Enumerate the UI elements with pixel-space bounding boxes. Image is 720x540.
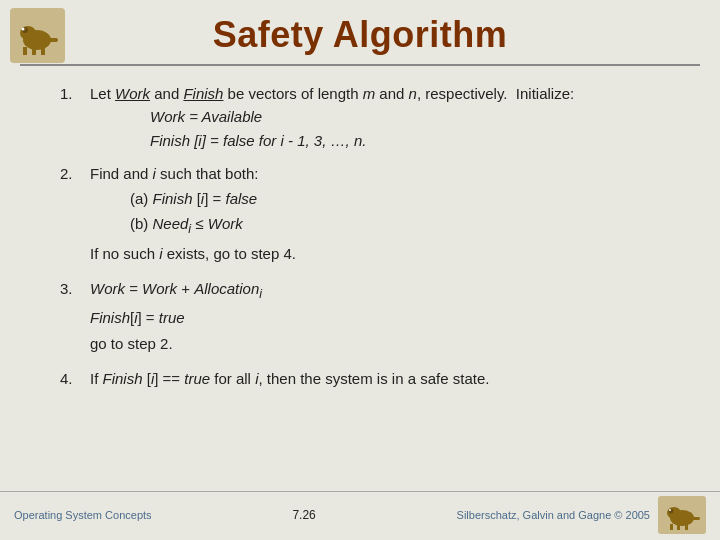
step-3-line-2: Finish[i] = true <box>90 306 680 329</box>
step-3-line-3: go to step 2. <box>90 332 680 355</box>
step-1-body: Let Work and Finish be vectors of length… <box>90 82 680 152</box>
step-4: 4. If Finish [i] == true for all i, then… <box>60 367 680 390</box>
step-2-body: Find and i such that both: (a) Finish [i… <box>90 162 680 267</box>
work-term: Work <box>115 85 150 102</box>
header-divider <box>20 64 700 66</box>
page-title: Safety Algorithm <box>20 14 700 56</box>
step-1-line-1: Let Work and Finish be vectors of length… <box>90 85 574 102</box>
svg-rect-16 <box>692 517 700 520</box>
slide: Safety Algorithm 1. Let Work and Finish … <box>0 0 720 540</box>
footer-center: 7.26 <box>292 508 315 522</box>
step-2-line-1: Find and i such that both: <box>90 162 680 185</box>
svg-point-17 <box>669 509 671 511</box>
main-content: 1. Let Work and Finish be vectors of len… <box>0 76 720 390</box>
step-1-work: Work = Available <box>150 105 680 128</box>
step-4-body: If Finish [i] == true for all i, then th… <box>90 367 680 390</box>
finish-term: Finish <box>183 85 223 102</box>
step-4-num: 4. <box>60 367 82 390</box>
step-3: 3. Work = Work + Allocationi Finish[i] =… <box>60 277 680 357</box>
svg-rect-13 <box>670 524 673 530</box>
svg-rect-14 <box>677 524 680 530</box>
step-1-num: 1. <box>60 82 82 152</box>
svg-point-12 <box>668 509 673 514</box>
footer-right: Silberschatz, Galvin and Gagne © 2005 <box>457 509 650 521</box>
svg-point-11 <box>667 507 681 519</box>
step-4-line-1: If Finish [i] == true for all i, then th… <box>90 370 489 387</box>
header: Safety Algorithm <box>0 0 720 62</box>
step-2: 2. Find and i such that both: (a) Finish… <box>60 162 680 267</box>
step-2-line-2: (a) Finish [i] = false <box>130 187 680 210</box>
footer-left: Operating System Concepts <box>14 509 152 521</box>
footer: Operating System Concepts 7.26 Silbersch… <box>0 491 720 534</box>
step-3-line-1: Work = Work + Allocationi <box>90 277 680 304</box>
step-2-line-3: (b) Needi ≤ Work <box>130 212 680 239</box>
footer-right-group: Silberschatz, Galvin and Gagne © 2005 <box>457 496 706 534</box>
step-3-body: Work = Work + Allocationi Finish[i] = tr… <box>90 277 680 357</box>
step-1-finish: Finish [i] = false for i - 1, 3, …, n. <box>150 129 680 152</box>
step-2-line-4: If no such i exists, go to step 4. <box>90 242 680 265</box>
step-2-num: 2. <box>60 162 82 267</box>
svg-rect-15 <box>685 524 688 530</box>
step-1: 1. Let Work and Finish be vectors of len… <box>60 82 680 152</box>
step-3-num: 3. <box>60 277 82 357</box>
bottom-logo <box>658 496 706 534</box>
